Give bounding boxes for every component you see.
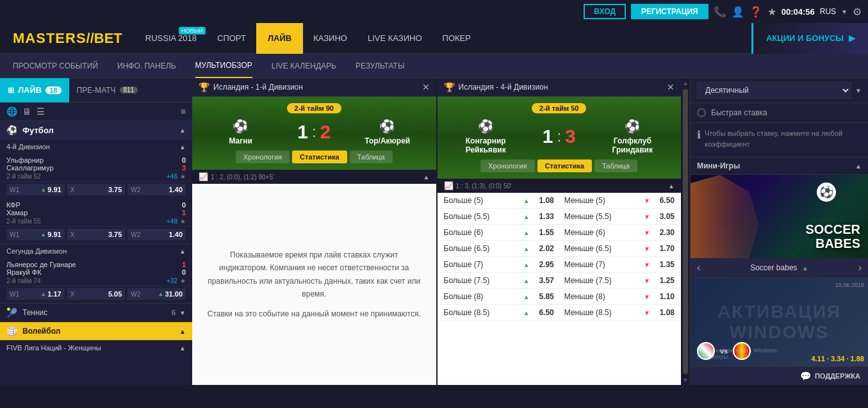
- register-button[interactable]: РЕГИСТРАЦИЯ: [631, 4, 708, 19]
- panel2-tab-table[interactable]: Таблица: [594, 159, 637, 172]
- league-header-segda[interactable]: Сегунда Дивизион ▲: [0, 243, 192, 258]
- timer-display: 00:04:56: [782, 7, 815, 17]
- second-banner[interactable]: vs 15.06.2018 4.11 · 3.34 · 1.88 АКТИВАЦ…: [691, 278, 868, 366]
- volleyball-sub-league[interactable]: FIVB Лига Наций - Женщины ▲: [0, 340, 192, 355]
- panel1-close-icon[interactable]: ✕: [422, 82, 430, 92]
- panel1-tab-stats[interactable]: Статистика: [292, 151, 347, 163]
- odd-x[interactable]: X 3.75: [67, 184, 126, 195]
- match-item[interactable]: КФР 0 Хамар 1 2-й тайм 55 +48 ★: [0, 199, 192, 227]
- team-home: Льянерос де Гуанаре: [6, 261, 76, 268]
- odds-row-5[interactable]: Больше (7) ▲ 2.95 Меньше (7) ▼ 1.35: [438, 257, 682, 273]
- odd-w2[interactable]: W2 1.40: [127, 184, 186, 195]
- support-label: ПОДДЕРЖКА: [815, 372, 860, 380]
- subnav-item-results[interactable]: РЕЗУЛЬТАТЫ: [356, 54, 405, 78]
- sport-section-tennis[interactable]: 🎾 Теннис 6 ▼: [0, 303, 192, 322]
- expand-icon-2: 📈: [444, 181, 454, 190]
- league-header-4div[interactable]: 4-й Дивизион ▲: [0, 139, 192, 154]
- plus-badge[interactable]: +48: [167, 218, 177, 225]
- user-icon[interactable]: 👤: [732, 6, 744, 18]
- plus-badge[interactable]: +32: [167, 277, 177, 284]
- down-arrow: ▼: [644, 245, 650, 252]
- promo-button[interactable]: АКЦИИ И БОНУСЫ ▶: [751, 23, 868, 54]
- odds-val-right: 1.10: [651, 292, 675, 301]
- panel1-team-icon: ⚽: [233, 118, 249, 134]
- game-next-icon[interactable]: ›: [858, 262, 862, 273]
- odds-row-2[interactable]: Больше (5.5) ▲ 1.33 Меньше (5.5) ▼ 3.05: [438, 209, 682, 225]
- odd-w2-m3[interactable]: W2 ▲ 31.00: [127, 288, 186, 300]
- up-arrow: ▲: [523, 197, 530, 204]
- quick-bet-radio[interactable]: [697, 108, 706, 117]
- down-arrow: ▼: [644, 213, 650, 220]
- panel1-tab-table[interactable]: Таблица: [350, 151, 393, 163]
- match-time: 2-й тайм 74: [6, 277, 41, 284]
- nav-item-casino[interactable]: КАЗИНО: [303, 23, 357, 54]
- odds-row-3[interactable]: Больше (6) ▲ 1.55 Меньше (6) ▼ 2.30: [438, 225, 682, 241]
- odd-w2-m2[interactable]: W2 1.40: [127, 229, 186, 240]
- list-icon[interactable]: ☰: [37, 106, 45, 117]
- odd-w1-m3[interactable]: W1 ▲ 1.17: [6, 288, 65, 300]
- language-selector[interactable]: RUS: [820, 7, 836, 16]
- subnav-item-events[interactable]: ПРОСМОТР СОБЫТИЙ: [13, 54, 98, 78]
- panel2-tab-chronology[interactable]: Хронология: [480, 159, 534, 172]
- chevron-down-icon: ▼: [841, 8, 848, 15]
- odds-row-4[interactable]: Больше (6.5) ▲ 2.02 Меньше (6.5) ▼ 1.70: [438, 241, 682, 257]
- star-icon[interactable]: ★: [767, 6, 776, 18]
- odd-w1-m2[interactable]: W1 ▲ 9.91: [6, 229, 65, 240]
- panel2-score-detail[interactable]: 📈 1 : 3, (1:3), (0:0) 50' ▲: [438, 179, 682, 193]
- help-icon[interactable]: ❓: [749, 6, 762, 18]
- odd-w1[interactable]: W1 ▲ 9.91: [6, 184, 65, 195]
- subnav-item-info[interactable]: ИНФО. ПАНЕЛЬ: [117, 54, 176, 78]
- plus-badge[interactable]: +46: [167, 173, 177, 180]
- nav-item-russia[interactable]: RUSSIA 2018 НОВЫЙ: [135, 23, 207, 54]
- panel1-score-detail[interactable]: 📈 1 : 2, (0:0), (1:2) 90+5' ▲: [192, 170, 436, 184]
- decimal-selector[interactable]: Десятичный: [697, 82, 851, 99]
- logo[interactable]: MASTERS//BET: [0, 30, 135, 47]
- odds-row-7[interactable]: Больше (8) ▲ 5.85 Меньше (8) ▼ 1.10: [438, 289, 682, 305]
- star-fav-icon[interactable]: ★: [180, 218, 186, 225]
- soccer-babes-banner[interactable]: SOCCER BABES ⚽: [691, 175, 868, 258]
- odds-row-1[interactable]: Больше (5) ▲ 1.08 Меньше (5) ▼ 6.50: [438, 193, 682, 209]
- main-scrollbar[interactable]: ▲ ▼: [681, 78, 690, 385]
- panel2-period: 2-й тайм 50: [532, 103, 586, 113]
- match-time: 2-й тайм 52: [6, 173, 41, 180]
- scroll-down-icon[interactable]: ▼: [682, 377, 689, 384]
- star-fav-icon[interactable]: ★: [180, 173, 186, 180]
- match-panel-1: 🏆 Исландия - 1-й Дивизион ✕ 2-й тайм 90 …: [192, 78, 438, 385]
- settings-icon[interactable]: ⚙: [853, 6, 862, 18]
- nav-item-sport[interactable]: СПОРТ: [207, 23, 256, 54]
- scroll-thumb[interactable]: [683, 89, 688, 374]
- login-button[interactable]: ВХОД: [584, 4, 626, 19]
- match-item[interactable]: Льянерос де Гуанаре 1 Яракуй ФК 0 2-й та…: [0, 258, 192, 286]
- sport-section-volleyball[interactable]: 🏐 Волейбол ▲: [0, 322, 192, 340]
- panel1-tab-chronology[interactable]: Хронология: [236, 151, 290, 163]
- odds-label-left: Больше (5): [444, 196, 523, 205]
- odds-label-right: Меньше (5.5): [564, 212, 644, 221]
- nav-item-poker[interactable]: ПОКЕР: [432, 23, 481, 54]
- game-nav-label: Soccer babes ▲: [700, 263, 858, 272]
- odds-row-6[interactable]: Больше (7.5) ▲ 3.57 Меньше (7.5) ▼ 1.25: [438, 273, 682, 289]
- support-button[interactable]: 💬 ПОДДЕРЖКА: [691, 366, 868, 385]
- subnav-item-calendar[interactable]: LIVE КАЛЕНДАРЬ: [272, 54, 336, 78]
- panel2-tab-stats[interactable]: Статистика: [537, 159, 593, 172]
- sport-header-football[interactable]: ⚽ Футбол ▲: [0, 121, 192, 139]
- nav-item-livecasino[interactable]: LIVE КАЗИНО: [357, 23, 432, 54]
- panel2-close-icon[interactable]: ✕: [667, 82, 675, 92]
- odd-x-m2[interactable]: X 3.75: [67, 229, 126, 240]
- monitor-icon[interactable]: 🖥: [22, 106, 31, 117]
- odd-x-m3[interactable]: X 5.05: [67, 288, 126, 300]
- phone-icon[interactable]: 📞: [714, 6, 726, 18]
- minigames-collapse-icon[interactable]: ▲: [855, 163, 862, 170]
- odds-label-right: Меньше (5): [564, 196, 644, 205]
- scroll-up-icon[interactable]: ▲: [682, 79, 689, 86]
- match-item[interactable]: Ульфарнир 0 Скаллагримур 3 2-й тайм 52 +…: [0, 154, 192, 182]
- score-home: 1: [182, 261, 186, 268]
- globe-icon[interactable]: 🌐: [6, 106, 17, 117]
- tab-live[interactable]: ⊞ ЛАЙВ 18: [0, 78, 69, 102]
- odds-row-8[interactable]: Больше (8.5) ▲ 6.50 Меньше (8.5) ▼ 1.08: [438, 305, 682, 321]
- filter-icon[interactable]: ≡: [181, 106, 186, 117]
- subnav-item-multi[interactable]: МУЛЬТИОБЗОР: [195, 54, 252, 78]
- nav-item-live[interactable]: ЛАЙВ: [256, 23, 303, 54]
- star-fav-icon[interactable]: ★: [180, 277, 186, 284]
- tab-prematch[interactable]: ПРЕ-МАТЧ 811: [69, 78, 146, 102]
- panel1-flag-icon: 🏆: [199, 82, 209, 92]
